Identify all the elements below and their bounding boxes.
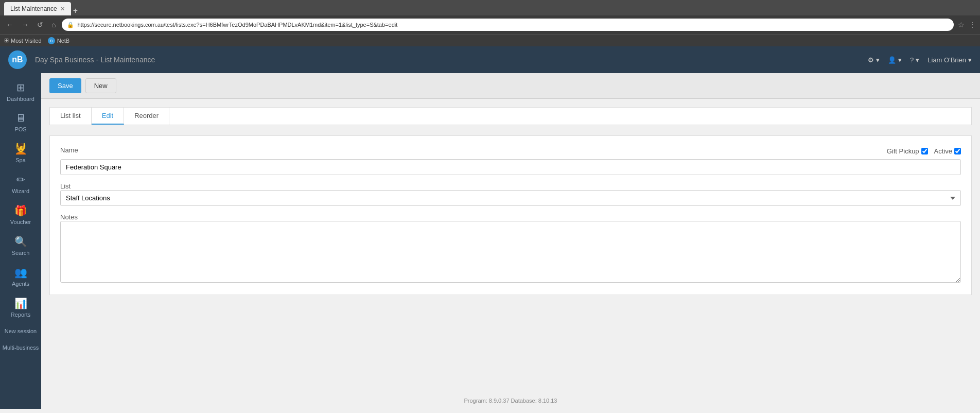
tab-close-icon[interactable]: ✕ [60, 6, 65, 12]
top-nav: nB Day Spa Business - List Maintenance ⚙… [0, 46, 980, 73]
form-name-header: Name Gift Pickup Active [60, 146, 961, 156]
name-input[interactable] [60, 159, 961, 175]
new-button[interactable]: New [85, 78, 116, 93]
notes-label: Notes [60, 213, 78, 221]
new-tab-button[interactable]: + [73, 6, 78, 15]
address-bar: ← → ↺ ⌂ 🔒 https://secure.netbookings.com… [0, 15, 980, 34]
bookmarks-bar: ⊞ Most Visited n NetB [0, 34, 980, 46]
sidebar-label-pos: POS [14, 126, 26, 132]
main-layout: ⊞ Dashboard 🖥 POS 💆 Spa ✏ Wizard 🎁 Vouch… [0, 73, 980, 409]
bookmarks-icon[interactable]: ☆ [958, 21, 965, 29]
gift-pickup-checkbox[interactable] [921, 148, 928, 154]
username-label: Liam O'Brien [927, 56, 966, 64]
sidebar: ⊞ Dashboard 🖥 POS 💆 Spa ✏ Wizard 🎁 Vouch… [0, 73, 41, 409]
bookmark-icon: ⊞ [4, 37, 9, 44]
settings-action[interactable]: ⚙ ▾ [868, 56, 880, 64]
sidebar-item-search[interactable]: 🔍 Search [0, 231, 41, 260]
home-button[interactable]: ⌂ [49, 20, 58, 30]
help-action[interactable]: ? ▾ [910, 56, 919, 64]
list-select[interactable]: Staff Locations Other [60, 190, 961, 206]
forward-button[interactable]: → [20, 20, 31, 30]
voucher-icon: 🎁 [14, 204, 27, 217]
notes-textarea[interactable] [60, 221, 961, 283]
footer: Program: 8.9.0.37 Database: 8.10.13 [41, 392, 980, 409]
sidebar-label-reports: Reports [11, 312, 31, 318]
sidebar-item-spa[interactable]: 💆 Spa [0, 139, 41, 167]
app-container: nB Day Spa Business - List Maintenance ⚙… [0, 46, 980, 409]
tab-edit[interactable]: Edit [92, 108, 124, 125]
dashboard-icon: ⊞ [16, 81, 25, 94]
reports-icon: 📊 [14, 297, 27, 309]
sidebar-item-wizard[interactable]: ✏ Wizard [0, 169, 41, 198]
sidebar-label-voucher: Voucher [10, 219, 31, 225]
app-title: Day Spa Business - List Maintenance [35, 55, 860, 64]
sidebar-item-agents[interactable]: 👥 Agents [0, 262, 41, 291]
settings-chevron: ▾ [876, 56, 880, 64]
wizard-icon: ✏ [16, 174, 25, 186]
search-icon: 🔍 [14, 235, 27, 248]
tab-list-list-label: List list [60, 112, 81, 119]
sidebar-label-dashboard: Dashboard [7, 96, 34, 102]
sidebar-label-search: Search [12, 250, 30, 256]
sidebar-label-multi-business: Multi-business [3, 345, 39, 351]
tabs-container: List list Edit Reorder [49, 107, 972, 125]
user-chevron: ▾ [898, 56, 902, 64]
content-area: Save New List list Edit Reorder [41, 73, 980, 409]
form-section: Name Gift Pickup Active [49, 135, 972, 295]
save-button[interactable]: Save [49, 78, 81, 93]
bookmark-label: Most Visited [11, 38, 42, 44]
lock-icon: 🔒 [67, 22, 74, 28]
username-chevron: ▾ [968, 56, 972, 64]
tab-reorder[interactable]: Reorder [124, 108, 169, 125]
back-button[interactable]: ← [4, 20, 15, 30]
spa-icon: 💆 [14, 143, 27, 155]
app-business-name: Day Spa Business [35, 56, 94, 64]
toolbar: Save New [41, 73, 980, 99]
app-logo: nB [8, 50, 27, 69]
tab-reorder-label: Reorder [134, 112, 159, 119]
tab-list-list[interactable]: List list [50, 108, 92, 125]
url-bar[interactable]: 🔒 https://secure.netbookings.com.au/test… [62, 19, 954, 31]
active-group: Active [934, 147, 961, 155]
sidebar-label-new-session: New session [5, 328, 37, 334]
list-select-wrapper: Staff Locations Other [60, 190, 961, 213]
list-label: List [60, 182, 71, 190]
menu-icon[interactable]: ⋮ [969, 21, 976, 29]
gift-pickup-group: Gift Pickup [887, 147, 928, 155]
page-content: List list Edit Reorder Name [41, 99, 980, 392]
gift-pickup-label: Gift Pickup [887, 147, 919, 155]
active-checkbox[interactable] [954, 148, 961, 154]
sidebar-item-reports[interactable]: 📊 Reports [0, 293, 41, 322]
help-icon: ? [910, 56, 914, 64]
bookmark-netb[interactable]: n NetB [48, 37, 69, 44]
bookmark-netb-label: NetB [57, 38, 69, 44]
top-nav-actions: ⚙ ▾ 👤 ▾ ? ▾ Liam O'Brien ▾ [868, 56, 972, 64]
sidebar-label-spa: Spa [15, 157, 26, 163]
app-subtitle: - List Maintenance [96, 56, 155, 64]
agents-icon: 👥 [14, 266, 27, 279]
sidebar-item-dashboard[interactable]: ⊞ Dashboard [0, 77, 41, 106]
tab-bar: List Maintenance ✕ + [0, 0, 980, 15]
help-chevron: ▾ [916, 56, 919, 64]
user-action[interactable]: 👤 ▾ [888, 56, 902, 64]
bookmark-most-visited[interactable]: ⊞ Most Visited [4, 37, 42, 44]
url-text: https://secure.netbookings.com.au/test/l… [77, 22, 397, 28]
username-display[interactable]: Liam O'Brien ▾ [927, 56, 972, 64]
sidebar-item-multi-business[interactable]: Multi-business [0, 340, 41, 355]
name-label: Name [60, 146, 78, 154]
tab-title: List Maintenance [10, 5, 57, 12]
footer-text: Program: 8.9.0.37 Database: 8.10.13 [464, 398, 557, 404]
browser-actions: ☆ ⋮ [958, 21, 976, 29]
netb-icon: n [48, 37, 55, 44]
user-icon: 👤 [888, 56, 896, 64]
settings-icon: ⚙ [868, 56, 874, 64]
sidebar-item-pos[interactable]: 🖥 POS [0, 108, 41, 136]
form-checkboxes: Gift Pickup Active [887, 147, 961, 155]
sidebar-item-new-session[interactable]: New session [0, 324, 41, 338]
refresh-button[interactable]: ↺ [35, 20, 45, 30]
sidebar-label-agents: Agents [12, 281, 29, 287]
active-label: Active [934, 147, 952, 155]
sidebar-label-wizard: Wizard [12, 188, 29, 194]
browser-tab[interactable]: List Maintenance ✕ [4, 2, 71, 15]
sidebar-item-voucher[interactable]: 🎁 Voucher [0, 200, 41, 229]
